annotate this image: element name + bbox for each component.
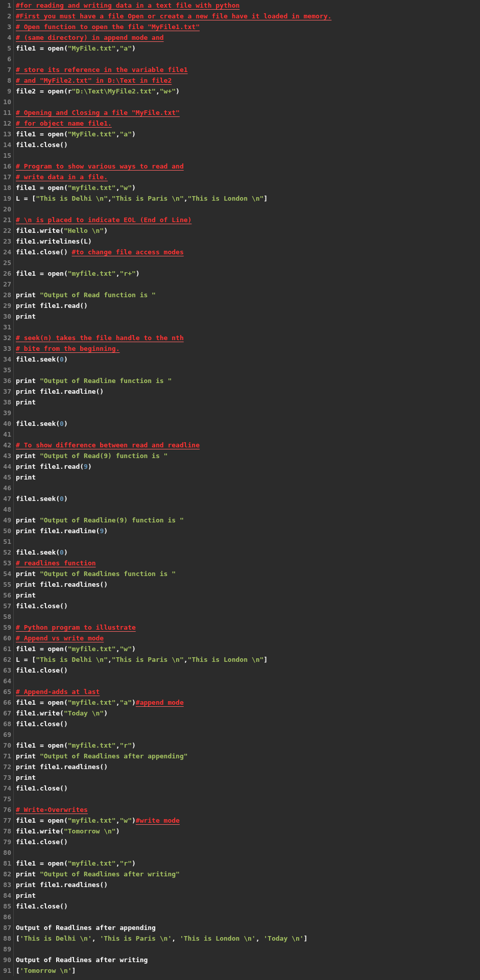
code-line[interactable]: # (same directory) in append mode and [16, 32, 331, 43]
line-number: 11 [1, 107, 11, 118]
code-line[interactable] [16, 676, 331, 686]
code-line[interactable]: #First you must have a file Open or crea… [16, 11, 331, 21]
code-line[interactable]: print "Output of Readlines after appendi… [16, 751, 331, 761]
code-line[interactable]: file1 = open("myfile.txt","r+") [16, 268, 331, 279]
code-line[interactable]: # bite from the beginning. [16, 343, 331, 354]
code-line[interactable]: file1 = open("myfile.txt","r") [16, 858, 331, 869]
code-line[interactable]: ['This is Delhi \n', 'This is Paris \n',… [16, 933, 331, 944]
code-line[interactable]: file1.seek(0) [16, 493, 331, 504]
code-line[interactable]: Output of Readlines after appending [16, 922, 331, 933]
code-line[interactable] [16, 912, 331, 922]
code-line[interactable]: file1 = open("myfile.txt","r") [16, 740, 331, 751]
code-line[interactable]: file1.close() [16, 665, 331, 676]
code-line[interactable]: # Append vs write mode [16, 633, 331, 643]
code-line[interactable]: # Append-adds at last [16, 686, 331, 697]
code-line[interactable]: file1.seek(0) [16, 354, 331, 365]
code-line[interactable]: # Python program to illustrate [16, 622, 331, 633]
code-line[interactable]: print "Output of Read function is " [16, 290, 331, 300]
code-line[interactable]: # and "MyFile2.txt" in D:\Text in file2 [16, 75, 331, 86]
code-line[interactable]: print [16, 590, 331, 601]
code-line[interactable]: # store its reference in the variable fi… [16, 64, 331, 75]
code-line[interactable]: L = ["This is Delhi \n","This is Paris \… [16, 654, 331, 665]
code-line[interactable]: print file1.readline() [16, 386, 331, 397]
code-line[interactable]: Output of Readlines after writing [16, 954, 331, 965]
code-line[interactable]: print [16, 397, 331, 408]
code-line[interactable]: print "Output of Readlines after writing… [16, 869, 331, 879]
code-line[interactable]: # seek(n) takes the file handle to the n… [16, 332, 331, 343]
token: 0 [60, 420, 64, 427]
code-line[interactable]: # Opening and Closing a file "MyFile.txt… [16, 107, 331, 118]
line-number: 67 [1, 708, 11, 719]
code-line[interactable]: print file1.read() [16, 300, 331, 311]
code-line[interactable]: file1.write("Hello \n") [16, 225, 331, 236]
code-line[interactable]: file2 = open(r"D:\Text\MyFile2.txt","w+"… [16, 86, 331, 97]
code-line[interactable]: print "Output of Readlines function is " [16, 568, 331, 579]
code-line[interactable]: file1 = open("MyFile.txt","a") [16, 129, 331, 139]
code-line[interactable]: file1 = open("myfile.txt","w") [16, 643, 331, 654]
code-line[interactable]: print "Output of Readline(9) function is… [16, 515, 331, 525]
code-line[interactable]: file1.seek(0) [16, 418, 331, 429]
code-line[interactable]: file1.writelines(L) [16, 236, 331, 247]
code-line[interactable] [16, 204, 331, 214]
line-number-gutter: 1234567891011121314151617181920212223242… [0, 0, 14, 976]
code-line[interactable]: # write data in a file. [16, 172, 331, 182]
code-line[interactable]: # for object name file1. [16, 118, 331, 129]
code-line[interactable]: print [16, 311, 331, 322]
code-line[interactable]: print [16, 890, 331, 901]
code-line[interactable] [16, 322, 331, 332]
code-line[interactable] [16, 944, 331, 954]
code-line[interactable]: file1.seek(0) [16, 547, 331, 558]
code-line[interactable] [16, 483, 331, 493]
code-line[interactable] [16, 408, 331, 418]
token: "myfile.txt" [68, 817, 116, 824]
code-line[interactable]: file1 = open("myfile.txt","a")#append mo… [16, 697, 331, 708]
code-line[interactable]: # Program to show various ways to read a… [16, 161, 331, 172]
code-line[interactable]: print file1.readlines() [16, 879, 331, 890]
code-line[interactable]: print file1.readline(9) [16, 525, 331, 536]
code-line[interactable]: # readlines function [16, 558, 331, 568]
code-line[interactable]: # Write-Overwrites [16, 804, 331, 815]
code-line[interactable]: file1 = open("myfile.txt","w") [16, 182, 331, 193]
code-line[interactable]: file1.close() [16, 719, 331, 729]
code-line[interactable] [16, 365, 331, 375]
code-line[interactable]: print [16, 772, 331, 783]
code-line[interactable] [16, 794, 331, 804]
code-line[interactable]: file1.write("Tomorrow \n") [16, 826, 331, 836]
code-editor[interactable]: 1234567891011121314151617181920212223242… [0, 0, 480, 976]
code-line[interactable]: print "Output of Readline function is " [16, 375, 331, 386]
code-line[interactable]: print [16, 472, 331, 483]
code-line[interactable]: ['Tomorrow \n'] [16, 965, 331, 976]
code-line[interactable]: file1 = open("myfile.txt","w")#write mod… [16, 815, 331, 826]
code-line[interactable]: print file1.readlines() [16, 579, 331, 590]
code-line[interactable]: file1.close() [16, 601, 331, 611]
code-line[interactable]: L = ["This is Delhi \n","This is Paris \… [16, 193, 331, 204]
code-line[interactable]: file1.close() [16, 139, 331, 150]
code-line[interactable] [16, 536, 331, 547]
token: ) [64, 548, 68, 556]
code-line[interactable]: #for reading and writing data in a text … [16, 0, 331, 11]
code-line[interactable] [16, 257, 331, 268]
code-line[interactable]: # \n is placed to indicate EOL (End of L… [16, 214, 331, 225]
code-line[interactable]: file1 = open("MyFile.txt","a") [16, 43, 331, 54]
code-line[interactable] [16, 150, 331, 161]
code-line[interactable] [16, 279, 331, 290]
code-line[interactable]: file1.close() [16, 901, 331, 912]
code-line[interactable] [16, 97, 331, 107]
code-area[interactable]: #for reading and writing data in a text … [14, 0, 331, 976]
code-line[interactable]: file1.close() [16, 783, 331, 794]
code-line[interactable]: # Open function to open the file "MyFile… [16, 21, 331, 32]
code-line[interactable]: print file1.read(9) [16, 461, 331, 472]
code-line[interactable] [16, 504, 331, 515]
code-line[interactable] [16, 611, 331, 622]
code-line[interactable]: file1.close() [16, 836, 331, 847]
code-line[interactable] [16, 429, 331, 440]
code-line[interactable] [16, 54, 331, 64]
code-line[interactable] [16, 729, 331, 740]
code-line[interactable] [16, 847, 331, 858]
code-line[interactable]: file1.close() #to change file access mod… [16, 247, 331, 257]
code-line[interactable]: # To show difference between read and re… [16, 440, 331, 450]
code-line[interactable]: print "Output of Read(9) function is " [16, 450, 331, 461]
code-line[interactable]: file1.write("Today \n") [16, 708, 331, 719]
code-line[interactable]: print file1.readlines() [16, 761, 331, 772]
line-number: 76 [1, 804, 11, 815]
